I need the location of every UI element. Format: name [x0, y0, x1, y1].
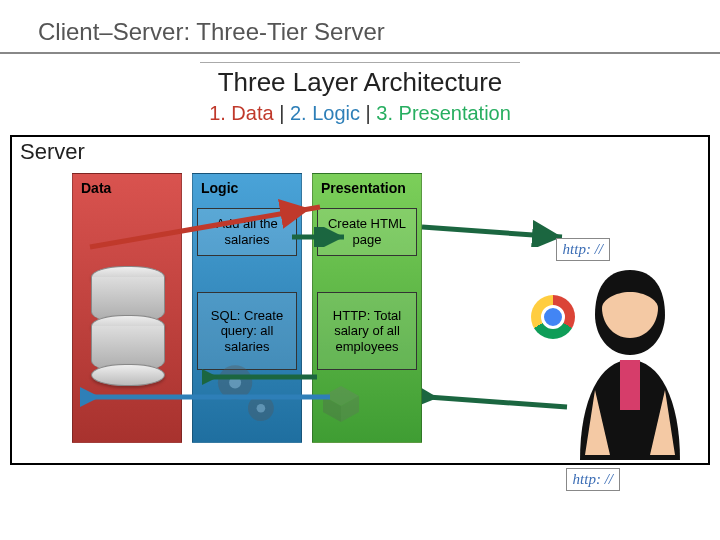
layer-separator: | — [366, 102, 377, 124]
subtitle-block: Three Layer Architecture — [0, 54, 720, 102]
svg-point-0 — [218, 365, 252, 399]
logic-box-sql-query: SQL: Create query: all salaries — [197, 292, 297, 370]
column-logic-title: Logic — [197, 178, 297, 198]
svg-point-3 — [257, 404, 266, 413]
svg-point-1 — [229, 376, 241, 388]
column-presentation: Presentation Create HTML page HTTP: Tota… — [312, 173, 422, 443]
svg-line-11 — [422, 227, 562, 237]
server-label: Server — [12, 137, 708, 167]
svg-line-12 — [428, 397, 567, 407]
layer-logic-label: 2. Logic — [290, 102, 360, 124]
layers-line: 1. Data | 2. Logic | 3. Presentation — [0, 102, 720, 133]
svg-point-2 — [248, 395, 274, 421]
package-icon — [321, 384, 361, 424]
arrow-pres-to-client-top — [422, 217, 572, 247]
presentation-box-http: HTTP: Total salary of all employees — [317, 292, 417, 370]
column-data-title: Data — [77, 178, 177, 198]
database-icon — [91, 274, 165, 386]
logic-box-add-salaries: Add all the salaries — [197, 208, 297, 256]
layer-data-label: 1. Data — [209, 102, 273, 124]
subtitle: Three Layer Architecture — [200, 62, 521, 98]
presentation-box-create-html: Create HTML page — [317, 208, 417, 256]
svg-rect-13 — [620, 360, 640, 410]
slide-title: Client–Server: Three-Tier Server — [0, 0, 720, 52]
column-logic: Logic Add all the salaries SQL: Create q… — [192, 173, 302, 443]
column-presentation-title: Presentation — [317, 178, 417, 198]
http-label-bottom: http: // — [566, 468, 620, 491]
user-icon — [560, 260, 700, 460]
svg-marker-5 — [323, 396, 341, 422]
svg-marker-4 — [323, 386, 359, 406]
svg-marker-6 — [341, 396, 359, 422]
arrow-client-to-pres-bottom — [422, 387, 572, 417]
http-label-top: http: // — [556, 238, 610, 261]
columns-container: Data Logic Add all the salaries SQL: Cre… — [72, 173, 422, 443]
column-data: Data — [72, 173, 182, 443]
layer-presentation-label: 3. Presentation — [376, 102, 511, 124]
layer-separator: | — [279, 102, 290, 124]
